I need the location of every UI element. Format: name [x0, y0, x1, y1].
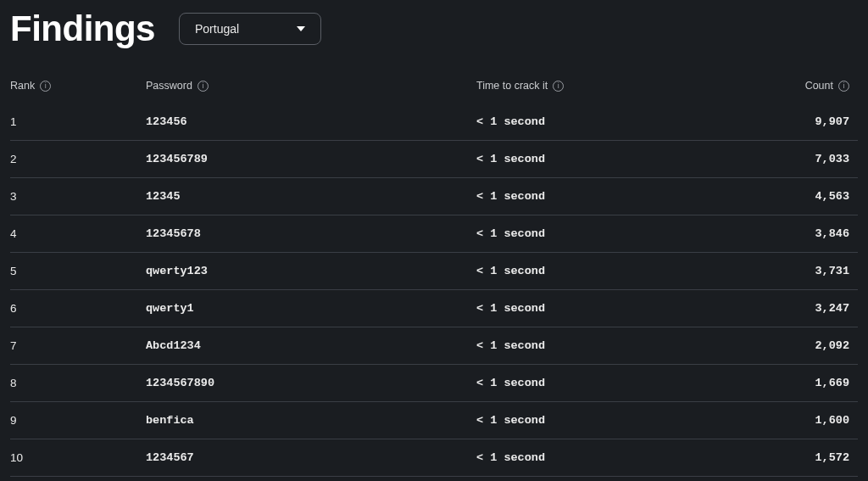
- table-row[interactable]: 81234567890< 1 second1,669: [10, 365, 858, 402]
- column-header-count[interactable]: Count i: [722, 80, 849, 92]
- cell-count: 1,572: [722, 451, 849, 464]
- column-header-label: Count: [805, 80, 833, 92]
- cell-count: 4,563: [722, 190, 849, 203]
- info-icon[interactable]: i: [198, 81, 209, 92]
- cell-password: 123456789: [146, 153, 476, 165]
- table-row[interactable]: 5qwerty123< 1 second3,731: [10, 253, 858, 290]
- cell-time: < 1 second: [476, 339, 722, 352]
- cell-count: 1,600: [722, 414, 849, 427]
- cell-rank: 7: [10, 339, 146, 352]
- column-header-label: Password: [146, 80, 192, 92]
- info-icon[interactable]: i: [838, 81, 849, 92]
- cell-password: 123456: [146, 115, 476, 128]
- table-row[interactable]: 1123456< 1 second9,907: [10, 103, 858, 141]
- country-dropdown[interactable]: Portugal: [179, 13, 321, 45]
- cell-password: 12345: [146, 190, 476, 203]
- cell-count: 9,907: [722, 115, 849, 128]
- cell-password: qwerty1: [146, 302, 476, 315]
- cell-password: 1234567890: [146, 377, 476, 389]
- cell-rank: 4: [10, 227, 146, 240]
- cell-count: 7,033: [722, 153, 849, 165]
- column-header-label: Time to crack it: [476, 80, 548, 92]
- cell-password: qwerty123: [146, 265, 476, 277]
- cell-time: < 1 second: [476, 414, 722, 427]
- cell-count: 2,092: [722, 339, 849, 352]
- table-row[interactable]: 7Abcd1234< 1 second2,092: [10, 327, 858, 365]
- dropdown-selected-label: Portugal: [195, 22, 239, 36]
- cell-count: 3,731: [722, 265, 849, 277]
- cell-count: 3,846: [722, 227, 849, 240]
- column-header-rank[interactable]: Rank i: [10, 80, 146, 92]
- column-header-time[interactable]: Time to crack it i: [476, 80, 722, 92]
- cell-rank: 8: [10, 377, 146, 389]
- cell-rank: 5: [10, 265, 146, 277]
- cell-rank: 3: [10, 190, 146, 203]
- table-row[interactable]: 312345< 1 second4,563: [10, 178, 858, 215]
- cell-time: < 1 second: [476, 115, 722, 128]
- cell-password: 12345678: [146, 227, 476, 240]
- table-row[interactable]: 101234567< 1 second1,572: [10, 439, 858, 477]
- cell-rank: 1: [10, 115, 146, 128]
- table-row[interactable]: 6qwerty1< 1 second3,247: [10, 290, 858, 327]
- cell-password: Abcd1234: [146, 339, 476, 352]
- chevron-down-icon: [297, 26, 305, 31]
- cell-rank: 10: [10, 451, 146, 464]
- cell-time: < 1 second: [476, 227, 722, 240]
- page-title: Findings: [10, 8, 155, 49]
- cell-rank: 2: [10, 153, 146, 165]
- info-icon[interactable]: i: [553, 81, 564, 92]
- cell-count: 3,247: [722, 302, 849, 315]
- cell-time: < 1 second: [476, 451, 722, 464]
- page-header: Findings Portugal: [10, 0, 858, 73]
- cell-rank: 9: [10, 414, 146, 427]
- table-body: 1123456< 1 second9,9072123456789< 1 seco…: [10, 103, 858, 477]
- cell-count: 1,669: [722, 377, 849, 389]
- findings-table: Rank i Password i Time to crack it i Cou…: [10, 73, 858, 477]
- cell-time: < 1 second: [476, 190, 722, 203]
- cell-time: < 1 second: [476, 377, 722, 389]
- info-icon[interactable]: i: [40, 81, 51, 92]
- cell-password: benfica: [146, 414, 476, 427]
- table-row[interactable]: 2123456789< 1 second7,033: [10, 141, 858, 178]
- table-row[interactable]: 9benfica< 1 second1,600: [10, 402, 858, 439]
- cell-time: < 1 second: [476, 265, 722, 277]
- table-header-row: Rank i Password i Time to crack it i Cou…: [10, 73, 858, 103]
- cell-time: < 1 second: [476, 302, 722, 315]
- cell-password: 1234567: [146, 451, 476, 464]
- cell-time: < 1 second: [476, 153, 722, 165]
- column-header-label: Rank: [10, 80, 35, 92]
- table-row[interactable]: 412345678< 1 second3,846: [10, 215, 858, 253]
- cell-rank: 6: [10, 302, 146, 315]
- column-header-password[interactable]: Password i: [146, 80, 476, 92]
